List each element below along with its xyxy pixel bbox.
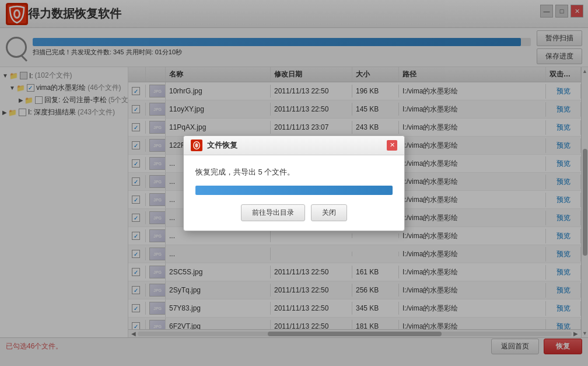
modal-close-icon[interactable]: ✕	[387, 140, 397, 151]
goto-dir-btn[interactable]: 前往导出目录	[241, 204, 305, 221]
modal-close-btn[interactable]: 关闭	[311, 204, 347, 221]
modal-progress-bar	[195, 186, 393, 195]
svg-point-6	[195, 143, 198, 147]
modal-title-row: 文件恢复	[191, 140, 237, 151]
modal-buttons: 前往导出目录 关闭	[195, 204, 393, 221]
modal-logo-icon	[191, 140, 202, 151]
modal-progress-fill	[195, 186, 393, 195]
modal-title: 文件恢复	[207, 140, 237, 151]
modal-overlay[interactable]: 文件恢复 ✕ 恢复完成，共导出 5 个文件。 前往导出目录 关闭	[0, 0, 588, 366]
modal-message: 恢复完成，共导出 5 个文件。	[195, 167, 393, 177]
modal-body: 恢复完成，共导出 5 个文件。 前往导出目录 关闭	[184, 155, 404, 231]
recovery-modal: 文件恢复 ✕ 恢复完成，共导出 5 个文件。 前往导出目录 关闭	[183, 135, 405, 231]
modal-header: 文件恢复 ✕	[184, 136, 404, 155]
